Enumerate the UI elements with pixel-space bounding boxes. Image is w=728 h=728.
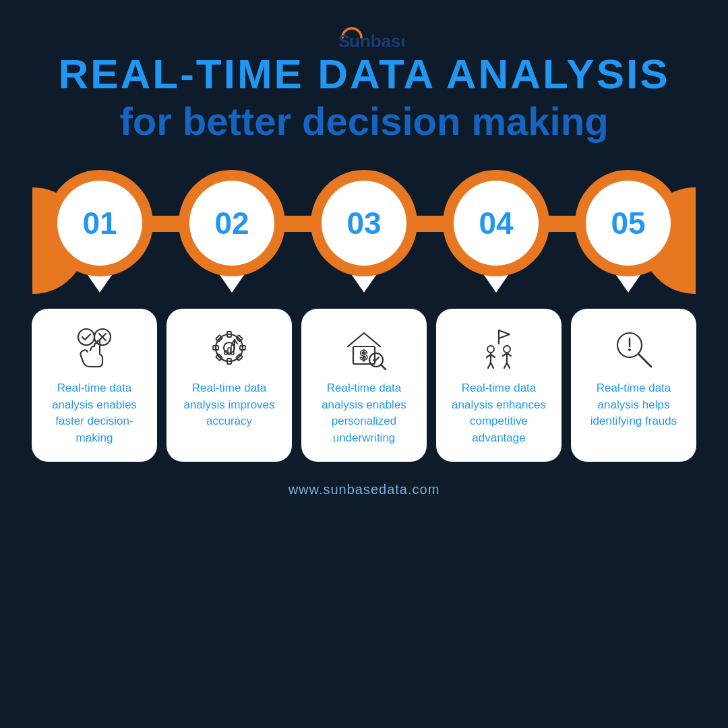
- svg-point-26: [504, 346, 510, 353]
- number-bubble-2: 02: [166, 170, 298, 293]
- card-3: $ Real-time data analysis enables person…: [301, 309, 427, 462]
- bubble-num-2: 02: [214, 208, 249, 239]
- number-bubble-3: 03: [298, 170, 430, 293]
- svg-point-30: [628, 348, 631, 351]
- svg-line-28: [638, 354, 651, 367]
- bubble-outer-5: 05: [575, 170, 681, 276]
- decision-icon: [70, 324, 119, 372]
- competitive-icon: [475, 324, 523, 372]
- bubble-tail-5: [616, 275, 640, 293]
- bubble-num-1: 01: [82, 208, 117, 239]
- bubble-outer-3: 03: [311, 170, 417, 276]
- card-5: Real-time data analysis helps identifyin…: [571, 309, 696, 462]
- svg-point-2: [78, 329, 94, 345]
- cards-row: Real-time data analysis enables faster d…: [13, 309, 715, 462]
- bubble-tail-1: [88, 275, 112, 293]
- bubble-tail-2: [220, 275, 244, 293]
- title-line2: for better decision making: [119, 100, 608, 143]
- bubble-outer-2: 02: [179, 170, 285, 276]
- card-text-1: Real-time data analysis enables faster d…: [42, 380, 146, 447]
- svg-point-25: [487, 346, 494, 353]
- footer-website: www.sunbasedata.com: [289, 482, 440, 497]
- bubble-num-3: 03: [346, 208, 381, 239]
- logo-svg: S unbase: [324, 24, 404, 51]
- svg-text:$: $: [360, 348, 367, 363]
- title-line1: REAL-TIME DATA ANALYSIS: [58, 51, 669, 97]
- number-bubble-5: 05: [562, 170, 694, 293]
- header: S unbase REAL-TIME DATA ANALYSIS for bet…: [58, 24, 669, 143]
- svg-text:unbase: unbase: [349, 31, 404, 51]
- bubble-tail-4: [484, 275, 508, 293]
- bubble-inner-2: 02: [189, 181, 274, 266]
- card-text-2: Real-time data analysis improves accurac…: [177, 380, 281, 430]
- bubble-outer-1: 01: [47, 170, 153, 276]
- bubble-inner-1: 01: [57, 181, 142, 266]
- svg-text:S: S: [338, 31, 350, 51]
- bubble-tail-3: [352, 275, 376, 293]
- logo: S unbase: [324, 24, 404, 51]
- card-text-4: Real-time data analysis enhances competi…: [447, 380, 551, 447]
- bubble-inner-3: 03: [322, 181, 406, 266]
- card-1: Real-time data analysis enables faster d…: [32, 309, 157, 462]
- numbers-row: 01 02 03 04: [13, 170, 715, 293]
- card-text-3: Real-time data analysis enables personal…: [312, 380, 416, 447]
- bubble-num-5: 05: [611, 208, 645, 239]
- bubble-num-4: 04: [479, 208, 513, 239]
- number-bubble-4: 04: [430, 170, 562, 293]
- card-2: Real-time data analysis improves accurac…: [166, 309, 292, 462]
- fraud-icon: [609, 324, 658, 372]
- svg-rect-18: [231, 345, 234, 355]
- bubble-inner-4: 04: [454, 181, 539, 266]
- underwriting-icon: $: [340, 324, 388, 372]
- accuracy-icon: [205, 324, 253, 372]
- number-bubble-1: 01: [34, 170, 166, 293]
- card-4: Real-time data analysis enhances competi…: [436, 309, 562, 462]
- card-text-5: Real-time data analysis helps identifyin…: [582, 380, 686, 430]
- bubble-inner-5: 05: [586, 181, 671, 266]
- bubble-outer-4: 04: [443, 170, 549, 276]
- svg-line-23: [381, 365, 386, 369]
